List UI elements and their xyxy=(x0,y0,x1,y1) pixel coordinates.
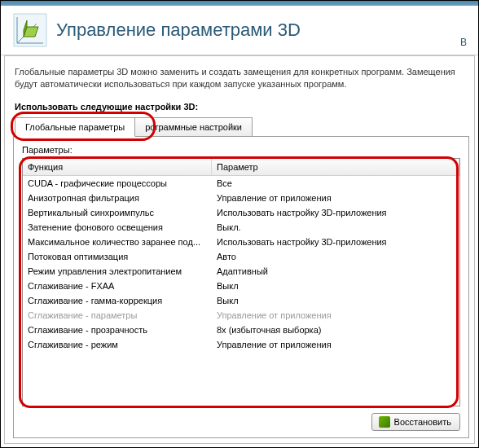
params-label: Параметры: xyxy=(22,145,460,155)
table-row[interactable]: Потоковая оптимизацияАвто xyxy=(23,249,459,264)
header: Управление параметрами 3D В xyxy=(1,6,478,55)
tab-global[interactable]: Глобальные параметры xyxy=(15,117,135,137)
cell-parameter: Выкл xyxy=(212,296,459,305)
cell-parameter: Адаптивный xyxy=(212,266,459,276)
table-wrap: Функция Параметр CUDA - графические проц… xyxy=(22,158,460,406)
cell-parameter: Использовать настройку 3D-приложения xyxy=(212,237,459,247)
cell-function: Затенение фонового освещения xyxy=(23,222,212,232)
tab-program-label: рограммные настройки xyxy=(145,122,242,132)
table-row[interactable]: Анизотропная фильтрацияУправление от при… xyxy=(23,191,459,205)
table-header: Функция Параметр xyxy=(23,159,459,176)
cell-function: Потоковая оптимизация xyxy=(23,252,212,261)
body-panel: Глобальные параметры 3D можно заменить и… xyxy=(4,55,475,444)
table-row[interactable]: Режим управления электропитаниемАдаптивн… xyxy=(23,264,459,279)
table-row[interactable]: Максимальное количество заранее под...Ис… xyxy=(23,235,459,249)
restore-button[interactable]: Восстановить xyxy=(371,413,460,431)
cell-function: Сглаживание - FXAA xyxy=(23,281,212,291)
column-header-function[interactable]: Функция xyxy=(23,159,212,175)
section-label: Использовать следующие настройки 3D: xyxy=(15,102,469,112)
cell-parameter: Авто xyxy=(212,252,459,261)
tab-content: Параметры: Функция Параметр CUDA - графи… xyxy=(13,136,469,438)
cell-function: Максимальное количество заранее под... xyxy=(23,237,212,247)
cell-function: Сглаживание - параметры xyxy=(23,310,212,320)
cell-parameter: Использовать настройку 3D-приложения xyxy=(212,208,459,217)
header-3d-icon xyxy=(12,12,48,48)
params-table: Функция Параметр CUDA - графические проц… xyxy=(22,158,460,406)
table-row[interactable]: Сглаживание - режимУправление от приложе… xyxy=(23,337,459,352)
table-row[interactable]: Сглаживание - параметрыУправление от при… xyxy=(23,308,459,323)
cell-parameter: Управление от приложения xyxy=(212,340,459,349)
cell-function: Сглаживание - гамма-коррекция xyxy=(23,296,212,305)
nvidia-icon xyxy=(379,416,390,428)
description-text: Глобальные параметры 3D можно заменить и… xyxy=(15,66,469,90)
table-row[interactable]: Затенение фонового освещенияВыкл. xyxy=(23,220,459,235)
footer: Восстановить xyxy=(22,406,460,431)
page-title: Управление параметрами 3D xyxy=(56,20,460,41)
tab-global-label: Глобальные параметры xyxy=(25,122,125,132)
cell-function: Сглаживание - прозрачность xyxy=(23,325,212,335)
restore-button-label: Восстановить xyxy=(394,417,451,427)
table-row[interactable]: Вертикальный синхроимпульсИспользовать н… xyxy=(23,205,459,220)
column-header-parameter[interactable]: Параметр xyxy=(212,159,459,175)
cell-parameter: Управление от приложения xyxy=(212,310,459,320)
cell-parameter: Все xyxy=(212,178,459,188)
table-row[interactable]: CUDA - графические процессорыВсе xyxy=(23,176,459,191)
cell-parameter: Выкл. xyxy=(212,222,459,232)
cell-function: Режим управления электропитанием xyxy=(23,266,212,276)
cell-parameter: Управление от приложения xyxy=(212,193,459,203)
cell-function: Вертикальный синхроимпульс xyxy=(23,208,212,217)
cell-parameter: Выкл xyxy=(212,281,459,291)
cell-function: Сглаживание - режим xyxy=(23,340,212,349)
table-row[interactable]: Сглаживание - прозрачность8x (избыточная… xyxy=(23,323,459,337)
table-row[interactable]: Сглаживание - гамма-коррекцияВыкл xyxy=(23,293,459,308)
table-row[interactable]: Сглаживание - FXAAВыкл xyxy=(23,279,459,293)
tab-program[interactable]: рограммные настройки xyxy=(134,117,253,137)
cell-function: CUDA - графические процессоры xyxy=(23,178,212,188)
cell-parameter: 8x (избыточная выборка) xyxy=(212,325,459,335)
tabs: Глобальные параметры рограммные настройк… xyxy=(15,116,469,136)
table-body[interactable]: CUDA - графические процессорыВсеАнизотро… xyxy=(23,176,459,406)
header-right-text: В xyxy=(460,37,467,48)
cell-function: Анизотропная фильтрация xyxy=(23,193,212,203)
settings-window: Управление параметрами 3D В Глобальные п… xyxy=(1,1,478,447)
